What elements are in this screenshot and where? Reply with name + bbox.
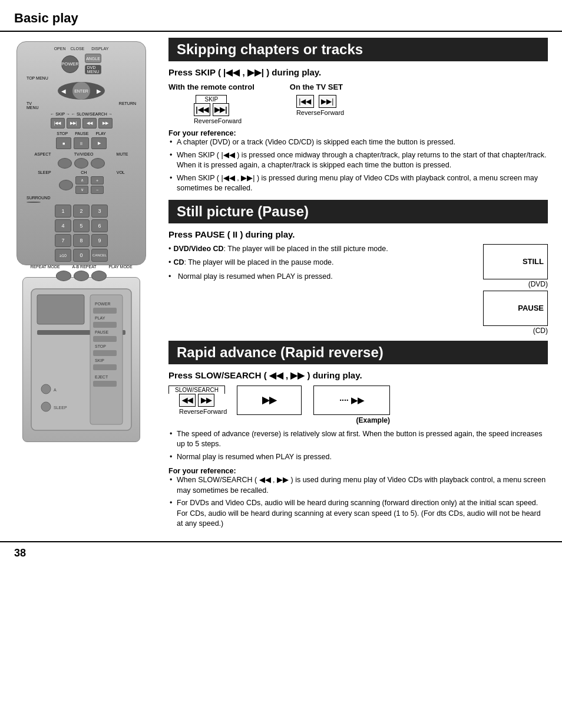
rapid-bullet-list: The speed of advance (reverse) is relati…	[168, 429, 548, 463]
right-column: Skipping chapters or tracks Press SKIP (…	[159, 32, 562, 541]
pause-text: • DVD/Video CD: The player will be place…	[168, 244, 474, 286]
pause-cd-bullet: • CD: The player will be placed in the p…	[168, 258, 474, 268]
skip-reverse-label: Reverse	[194, 117, 218, 124]
rapid-ref-label: For your reference:	[168, 467, 548, 475]
skip-bullet-3: When SKIP ( |◀◀ , ▶▶| ) is pressed durin…	[168, 173, 548, 194]
svg-text:SKIP: SKIP	[95, 358, 104, 363]
svg-text:PLAY: PLAY	[95, 316, 105, 320]
rapid-bullet-2: Normal play is resumed when PLAY is pres…	[168, 452, 548, 463]
skip-buttons-remote: SKIP |◀◀ ▶▶| Reverse Forward	[194, 95, 229, 124]
svg-rect-7	[93, 322, 117, 328]
ss-example1-group: ▶▶	[237, 386, 302, 415]
ss-forward-btn: ▶▶	[198, 394, 214, 407]
ss-example-box1: ▶▶	[237, 386, 302, 415]
skip-forward-label: Forward	[218, 117, 242, 124]
svg-rect-9	[93, 336, 117, 342]
pause-dvd-text: DVD/Video CD: The player will be placed …	[173, 244, 388, 255]
skip-section: Skipping chapters or tracks Press SKIP (…	[168, 38, 548, 194]
ss-btn-labels: Reverse Forward	[179, 408, 214, 415]
page-footer: 38	[0, 541, 562, 564]
svg-text:STOP: STOP	[95, 344, 106, 348]
ss-remote: SLOW/SEARCH ◀◀ ▶▶ Reverse Forward	[168, 386, 225, 415]
pause-dvd-bullet: • DVD/Video CD: The player will be place…	[168, 244, 474, 255]
numpad: 1 2 3 4 5 6 7 8 9 ≥10 0 CANCEL	[55, 205, 108, 262]
pause-section-title: Still picture (Pause)	[168, 200, 548, 223]
pause-dvd-label: DVD/Video CD	[173, 245, 223, 253]
ss-forward-label: Forward	[203, 408, 227, 415]
svg-text:POWER: POWER	[95, 302, 110, 306]
device-image: POWER PLAY PAUSE STOP SKIP EJECT A SLEEP	[22, 277, 140, 442]
pause-content-row: • DVD/Video CD: The player will be place…	[168, 244, 548, 335]
ss-example-box2: ····▶▶	[313, 386, 390, 415]
pause-subtitle: Press PAUSE ( II ) during play.	[168, 229, 548, 239]
svg-text:SLEEP: SLEEP	[54, 406, 67, 410]
ss-reverse-btn: ◀◀	[179, 394, 196, 407]
svg-point-17	[41, 402, 51, 411]
svg-text:EJECT: EJECT	[95, 375, 108, 379]
svg-rect-11	[93, 350, 117, 356]
pause-normal-play: • Normal play is resumed when PLAY is pr…	[168, 272, 474, 282]
tv-btn-labels: Reverse Forward	[296, 109, 336, 116]
svg-text:A: A	[54, 388, 57, 392]
left-column: OPENCLOSEDISPLAY POWER ANGLE DVDMENU TOP…	[0, 32, 159, 541]
skip-bullet-list: A chapter (DVD) or a track (Video CD/CD)…	[168, 137, 548, 194]
page-header: Basic play	[0, 0, 562, 32]
svg-rect-15	[93, 381, 117, 387]
page-title: Basic play	[14, 11, 548, 26]
tv-forward-btn: ▶▶|	[319, 95, 336, 108]
pause-still-display-group: STILL (DVD)	[483, 244, 548, 288]
remote-col-label: With the remote control	[168, 83, 254, 91]
nav-cluster: ▲ ▼ ◀ ▶ ENTER	[58, 82, 105, 100]
pause-pause-box: PAUSE	[483, 291, 548, 326]
pause-displays: STILL (DVD) PAUSE (CD)	[483, 244, 548, 335]
remote-bottom-row	[56, 271, 107, 281]
skip-reverse-btn: |◀◀	[194, 103, 210, 116]
rapid-ref-bullet-2: For DVDs and Video CDs, audio will be he…	[168, 498, 548, 529]
skip-section-title: Skipping chapters or tracks	[168, 38, 548, 61]
svg-rect-13	[93, 364, 117, 370]
pause-still-label: STILL	[523, 257, 544, 266]
pause-cd-caption: (CD)	[483, 327, 548, 335]
pause-cd-text: CD: The player will be placed in the pau…	[173, 258, 333, 268]
skip-diagram-row: With the remote control SKIP |◀◀ ▶▶| Rev…	[168, 83, 548, 124]
tv-forward-label: Forward	[320, 109, 344, 116]
rapid-subtitle: Press SLOW/SEARCH ( ◀◀ , ▶▶ ) during pla…	[168, 370, 548, 381]
svg-text:PAUSE: PAUSE	[95, 330, 109, 334]
pause-cd-desc: : The player will be placed in the pause…	[184, 258, 333, 266]
rapid-ref-bullet-list: When SLOW/SEARCH ( ◀◀ , ▶▶ ) is used dur…	[168, 475, 548, 529]
skip-forward-btn: ▶▶|	[213, 103, 229, 116]
skip-bullet-1: A chapter (DVD) or a track (Video CD/CD)…	[168, 137, 548, 148]
rapid-ref-bullet-1: When SLOW/SEARCH ( ◀◀ , ▶▶ ) is used dur…	[168, 475, 548, 496]
tv-buttons: |◀◀ ▶▶|	[296, 95, 336, 108]
skip-bracket-label: SKIP	[196, 95, 227, 103]
ss-bracket-label: SLOW/SEARCH	[168, 386, 225, 394]
ss-reverse-label: Reverse	[179, 408, 203, 415]
slow-search-row: SLOW/SEARCH ◀◀ ▶▶ Reverse Forward ▶▶	[168, 386, 548, 424]
pause-still-box: STILL	[483, 244, 548, 279]
tv-col-label: On the TV SET	[290, 83, 343, 91]
skip-subtitle: Press SKIP ( |◀◀ , ▶▶| ) during play.	[168, 67, 548, 78]
remote-control-image: OPENCLOSEDISPLAY POWER ANGLE DVDMENU TOP…	[16, 41, 146, 265]
rapid-section: Rapid advance (Rapid reverse) Press SLOW…	[168, 341, 548, 529]
ss-btn-pair: ◀◀ ▶▶	[179, 394, 214, 407]
ss-example2-group: ····▶▶ (Example)	[313, 386, 390, 424]
skip-btn-pair: |◀◀ ▶▶|	[194, 103, 229, 116]
tv-reverse-label: Reverse	[296, 109, 320, 116]
ss-example-label: (Example)	[313, 416, 390, 424]
svg-rect-5	[93, 308, 117, 314]
pause-cd-label: CD	[173, 258, 184, 266]
pause-dvd-desc: : The player will be placed in the still…	[224, 245, 388, 253]
pause-pause-label: PAUSE	[518, 304, 544, 312]
page-number: 38	[14, 547, 26, 559]
pause-pause-display-group: PAUSE (CD)	[483, 291, 548, 335]
rapid-bullet-1: The speed of advance (reverse) is relati…	[168, 429, 548, 450]
skip-btn-labels: Reverse Forward	[194, 117, 229, 124]
tv-col: On the TV SET |◀◀ ▶▶| Reverse Forward	[290, 83, 343, 116]
skip-bullet-2: When SKIP ( |◀◀ ) is pressed once midway…	[168, 150, 548, 171]
pause-section: Still picture (Pause) Press PAUSE ( II )…	[168, 200, 548, 335]
skip-ref-label: For your reference:	[168, 129, 548, 137]
pause-dvd-caption: (DVD)	[483, 280, 548, 288]
svg-point-16	[41, 384, 51, 394]
tv-reverse-btn: |◀◀	[296, 95, 314, 108]
rapid-section-title: Rapid advance (Rapid reverse)	[168, 341, 548, 364]
